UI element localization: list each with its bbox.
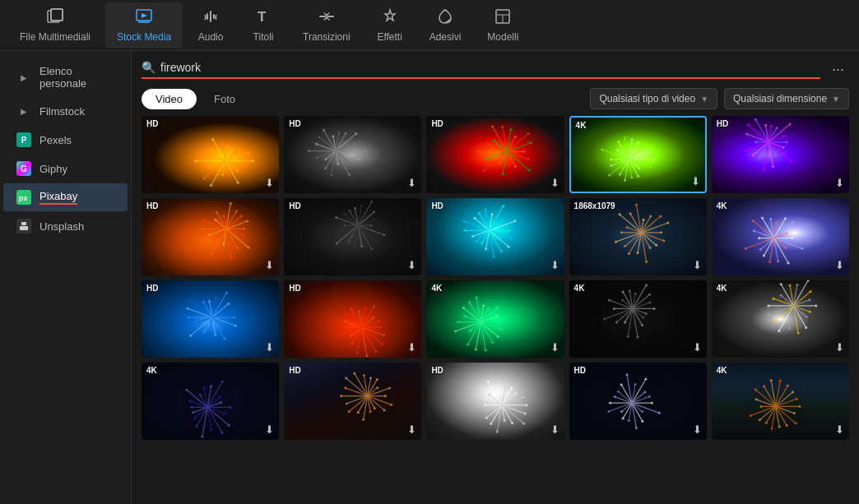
main-area: ▶ Elenco personale ▶ Filmstock P Pexels … xyxy=(0,51,859,504)
video-thumb-10[interactable]: 4K ⬇ xyxy=(712,198,849,275)
svg-rect-14 xyxy=(20,226,28,230)
svg-rect-13 xyxy=(21,222,26,225)
video-thumb-4[interactable]: 4K ⬇ xyxy=(569,116,707,193)
toolbar-stock-media[interactable]: Stock Media xyxy=(105,2,183,48)
thumb-download-9[interactable]: ⬇ xyxy=(693,259,702,271)
thumb-download-15[interactable]: ⬇ xyxy=(835,341,844,354)
video-thumb-14[interactable]: 4K ⬇ xyxy=(569,280,707,358)
thumb-res-label-12: HD xyxy=(289,284,300,293)
thumb-download-16[interactable]: ⬇ xyxy=(265,423,274,436)
toolbar: File Multimediali Stock Media Audio T xyxy=(0,0,859,51)
filter-dropdowns: Qualsiasi tipo di video ▼ Qualsiasi dime… xyxy=(590,88,849,109)
search-input[interactable] xyxy=(160,61,820,74)
thumb-download-20[interactable]: ⬇ xyxy=(835,423,844,436)
titoli-icon: T xyxy=(254,7,272,28)
search-input-wrapper: 🔍 xyxy=(142,61,820,79)
thumb-res-label-17: HD xyxy=(289,366,300,375)
toolbar-effetti[interactable]: Effetti xyxy=(365,2,415,48)
thumb-res-label-20: 4K xyxy=(717,366,727,375)
thumb-download-14[interactable]: ⬇ xyxy=(693,341,702,354)
toolbar-adesivi[interactable]: Adesivi xyxy=(418,2,473,48)
toolbar-audio-label: Audio xyxy=(198,31,224,43)
more-options-button[interactable]: ··· xyxy=(827,59,849,80)
effetti-icon xyxy=(381,7,399,28)
thumb-res-label-2: HD xyxy=(289,119,300,128)
toolbar-stock-media-label: Stock Media xyxy=(117,31,171,43)
thumb-res-label-14: 4K xyxy=(574,284,585,293)
toolbar-adesivi-label: Adesivi xyxy=(430,31,462,43)
thumb-download-12[interactable]: ⬇ xyxy=(407,341,416,354)
video-thumb-17[interactable]: HD ⬇ xyxy=(284,363,421,440)
tab-video[interactable]: Video xyxy=(142,89,197,109)
toolbar-transizioni[interactable]: Transizioni xyxy=(291,2,362,48)
video-thumb-19[interactable]: HD ⬇ xyxy=(569,363,707,440)
thumb-download-3[interactable]: ⬇ xyxy=(550,177,560,189)
video-thumb-5[interactable]: HD ⬇ xyxy=(712,116,849,193)
thumb-download-18[interactable]: ⬇ xyxy=(550,423,560,436)
toolbar-audio[interactable]: Audio xyxy=(186,2,235,48)
video-thumb-11[interactable]: HD ⬇ xyxy=(142,280,279,358)
sidebar-pexels-label: Pexels xyxy=(39,134,72,146)
audio-icon xyxy=(202,7,220,28)
sidebar-item-filmstock[interactable]: ▶ Filmstock xyxy=(3,97,128,125)
filter-bar: Video Foto Qualsiasi tipo di video ▼ Qua… xyxy=(132,85,859,116)
video-thumb-1[interactable]: HD ⬇ xyxy=(142,116,279,193)
thumb-download-10[interactable]: ⬇ xyxy=(835,259,844,271)
arrow-right-icon2: ▶ xyxy=(16,104,31,118)
content-panel: 🔍 ··· Video Foto Qualsiasi tipo di video… xyxy=(132,51,859,504)
modelli-icon xyxy=(494,7,512,28)
video-thumb-7[interactable]: HD ⬇ xyxy=(284,198,421,275)
sidebar-elenco-personale-label: Elenco personale xyxy=(39,65,114,90)
thumb-download-6[interactable]: ⬇ xyxy=(265,259,274,271)
video-thumb-18[interactable]: HD ⬇ xyxy=(426,363,564,440)
video-thumb-20[interactable]: 4K ⬇ xyxy=(712,363,849,440)
video-thumb-2[interactable]: HD ⬇ xyxy=(284,116,421,193)
toolbar-modelli[interactable]: Modelli xyxy=(476,2,530,48)
giphy-icon: G xyxy=(16,161,31,176)
video-thumb-12[interactable]: HD ⬇ xyxy=(284,280,421,358)
sidebar-filmstock-label: Filmstock xyxy=(39,105,85,118)
type-dropdown[interactable]: Qualsiasi tipo di video ▼ xyxy=(590,88,717,109)
thumb-download-13[interactable]: ⬇ xyxy=(550,341,560,354)
filter-tabs: Video Foto xyxy=(142,89,249,109)
thumb-download-19[interactable]: ⬇ xyxy=(693,423,702,436)
thumb-download-4[interactable]: ⬇ xyxy=(691,175,700,187)
toolbar-file-multimediali[interactable]: File Multimediali xyxy=(8,2,102,48)
video-thumb-3[interactable]: HD ⬇ xyxy=(426,116,564,193)
sidebar-item-pixabay[interactable]: px Pixabay xyxy=(3,183,128,211)
toolbar-titoli[interactable]: T Titoli xyxy=(239,2,288,48)
thumb-download-7[interactable]: ⬇ xyxy=(407,259,416,271)
thumb-download-8[interactable]: ⬇ xyxy=(550,259,560,271)
svg-marker-4 xyxy=(142,13,147,18)
sidebar-item-elenco-personale[interactable]: ▶ Elenco personale xyxy=(3,58,128,96)
pixabay-icon: px xyxy=(16,190,31,205)
video-thumb-15[interactable]: 4K ⬇ xyxy=(712,280,849,358)
thumb-res-label-7: HD xyxy=(289,201,300,210)
thumb-res-label-18: HD xyxy=(431,366,443,375)
thumb-res-label-13: 4K xyxy=(431,284,442,293)
size-dropdown-arrow: ▼ xyxy=(832,95,840,104)
video-thumb-13[interactable]: 4K ⬇ xyxy=(426,280,564,358)
video-thumb-9[interactable]: 1868x1079 ⬇ xyxy=(569,198,707,275)
unsplash-icon xyxy=(16,219,31,234)
thumb-download-1[interactable]: ⬇ xyxy=(265,177,274,189)
toolbar-transizioni-label: Transizioni xyxy=(303,31,351,43)
thumb-res-label-1: HD xyxy=(146,119,158,128)
thumb-res-label-6: HD xyxy=(146,201,158,210)
sidebar-item-giphy[interactable]: G Giphy xyxy=(3,155,128,183)
video-thumb-16[interactable]: 4K ⬇ xyxy=(142,363,279,440)
thumb-download-11[interactable]: ⬇ xyxy=(265,341,274,354)
video-thumb-6[interactable]: HD ⬇ xyxy=(142,198,279,275)
video-thumb-8[interactable]: HD ⬇ xyxy=(426,198,564,275)
thumb-res-label-15: 4K xyxy=(717,284,727,293)
toolbar-titoli-label: Titoli xyxy=(253,31,274,43)
sidebar-item-unsplash[interactable]: Unsplash xyxy=(3,212,128,240)
sidebar-item-pexels[interactable]: P Pexels xyxy=(3,126,128,154)
size-dropdown[interactable]: Qualsiasi dimensione ▼ xyxy=(724,88,849,109)
search-icon: 🔍 xyxy=(142,61,156,74)
tab-foto[interactable]: Foto xyxy=(200,89,249,109)
thumb-res-label-9: 1868x1079 xyxy=(574,201,615,210)
thumb-download-5[interactable]: ⬇ xyxy=(835,177,844,189)
thumb-download-17[interactable]: ⬇ xyxy=(407,423,416,436)
thumb-download-2[interactable]: ⬇ xyxy=(407,177,416,189)
